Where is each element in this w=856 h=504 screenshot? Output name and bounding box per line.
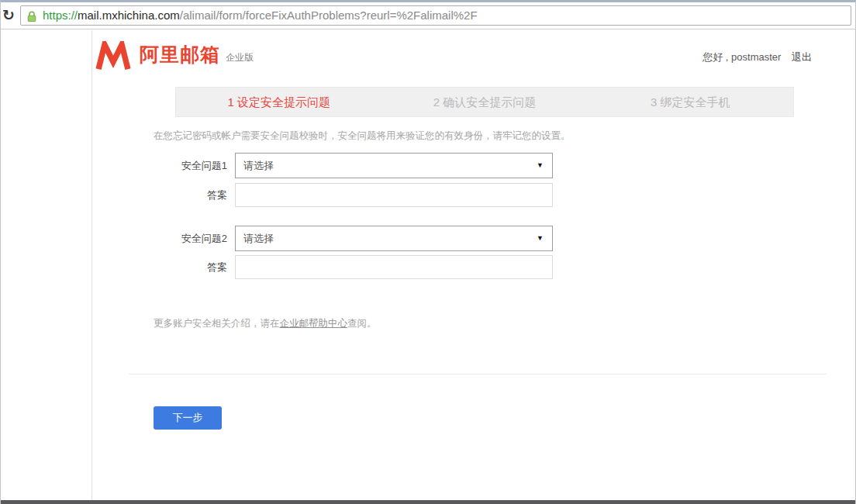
next-step-button[interactable]: 下一步: [154, 406, 222, 430]
help-suffix: 查阅。: [347, 318, 377, 329]
url-host: mail.mxhichina.com: [78, 9, 180, 22]
url-path: /alimail/form/forceFixAuthProblems?reurl…: [180, 9, 478, 22]
step-1-set-questions: 1 设定安全提示问题: [176, 88, 381, 116]
question2-select[interactable]: 请选择 ▼: [235, 226, 553, 251]
question2-selected-value: 请选择: [243, 226, 274, 250]
dropdown-arrow-icon: ▼: [537, 226, 544, 250]
browser-window: ↻ https://mail.mxhichina.com/alimail/for…: [0, 0, 856, 504]
left-divider: [91, 30, 92, 500]
greeting-text: 您好 ,: [702, 51, 728, 63]
brand-edition: 企业版: [226, 51, 254, 64]
help-center-link[interactable]: 企业邮帮助中心: [280, 318, 348, 329]
help-prefix: 更多账户安全相关介绍，请在: [154, 318, 280, 329]
question1-selected-value: 请选择: [243, 154, 274, 178]
answer2-input[interactable]: [235, 255, 553, 279]
logout-link[interactable]: 退出: [792, 51, 812, 63]
ssl-padlock-icon: [26, 10, 37, 23]
user-bar: 您好 , postmaster 退出: [702, 50, 812, 64]
help-text: 更多账户安全相关介绍，请在企业邮帮助中心查阅。: [154, 317, 377, 330]
step-3-bind-phone: 3 绑定安全手机: [588, 88, 793, 116]
url-scheme: https://: [43, 9, 78, 22]
alimail-m-icon: [95, 41, 132, 70]
intro-text: 在您忘记密码或帐户需要安全问题校验时，安全问题将用来验证您的有效身份，请牢记您的…: [154, 129, 571, 143]
question2-label: 安全问题2: [125, 226, 227, 251]
url-input[interactable]: https://mail.mxhichina.com/alimail/form/…: [20, 5, 851, 26]
dropdown-arrow-icon: ▼: [537, 154, 544, 178]
answer1-label: 答案: [125, 183, 227, 207]
username: postmaster: [731, 51, 781, 63]
step-bar: 1 设定安全提示问题 2 确认安全提示问题 3 绑定安全手机: [175, 87, 794, 117]
question1-label: 安全问题1: [125, 153, 227, 178]
reload-icon[interactable]: ↻: [2, 6, 15, 24]
brand-name: 阿里邮箱: [140, 42, 220, 67]
window-bottom-edge: [1, 500, 855, 504]
browser-address-bar: ↻ https://mail.mxhichina.com/alimail/for…: [1, 2, 855, 29]
answer1-input[interactable]: [235, 183, 553, 207]
page-content: 阿里邮箱 企业版 您好 , postmaster 退出 1 设定安全提示问题 2…: [1, 30, 855, 500]
section-divider: [129, 374, 827, 375]
question1-select[interactable]: 请选择 ▼: [235, 153, 553, 178]
answer2-label: 答案: [125, 255, 227, 279]
step-2-confirm-questions: 2 确认安全提示问题: [381, 88, 587, 116]
url-text: https://mail.mxhichina.com/alimail/form/…: [43, 6, 478, 25]
